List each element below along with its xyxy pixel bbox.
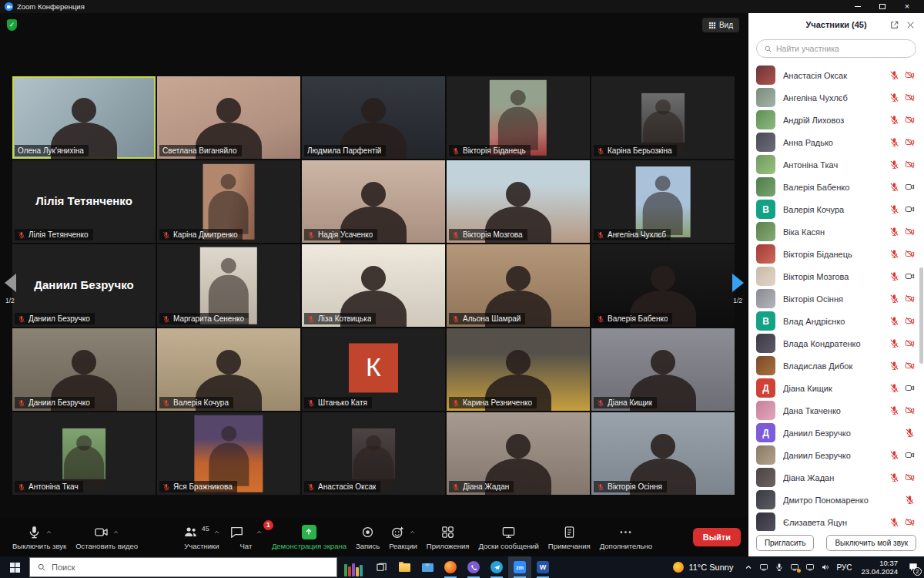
participant-search-box[interactable]: [756, 39, 916, 58]
books-app-icon[interactable]: [337, 556, 370, 578]
participant-row[interactable]: Влада Кондратенко: [748, 332, 924, 355]
participant-row[interactable]: Анастасія Оксак: [748, 64, 924, 86]
maximize-button[interactable]: [870, 0, 895, 13]
video-tile[interactable]: Діана Кищик: [591, 328, 735, 411]
video-tile[interactable]: Надія Усаченко: [302, 160, 445, 243]
video-tile[interactable]: Вікторія Мозгова: [447, 160, 590, 243]
video-tile[interactable]: Валерія Бабенко: [591, 244, 735, 327]
participant-row[interactable]: Владислав Дибок: [748, 355, 924, 377]
notification-center-icon[interactable]: 2: [902, 556, 924, 578]
participant-row[interactable]: Ангеліна Чухлєб: [748, 86, 924, 109]
word-icon[interactable]: W: [531, 556, 554, 578]
video-tile[interactable]: Даниил Безручко: [12, 328, 156, 411]
participant-row[interactable]: Д Даниил Безручко: [748, 422, 924, 444]
firefox-icon[interactable]: [439, 556, 462, 578]
participant-row[interactable]: Даниил Безручко: [748, 444, 924, 466]
whiteboards-button[interactable]: Доски сообщений: [474, 524, 543, 550]
video-tile[interactable]: Валерія Кочура: [157, 328, 300, 411]
reactions-button[interactable]: Реакции: [384, 524, 422, 550]
video-tile[interactable]: Діана Жадан: [447, 412, 590, 495]
task-view-icon[interactable]: [370, 556, 393, 578]
stop-video-button[interactable]: Остановить видео: [71, 524, 142, 550]
language-indicator[interactable]: РУС: [836, 563, 852, 572]
chevron-up-icon[interactable]: [213, 529, 220, 536]
more-button[interactable]: Дополнительно: [595, 524, 657, 550]
video-tile[interactable]: Светлана Виганяйло: [157, 76, 300, 159]
popout-icon[interactable]: [889, 20, 899, 30]
viber-icon[interactable]: [462, 556, 485, 578]
tray-volume-icon[interactable]: [821, 563, 830, 572]
participant-search-input[interactable]: [776, 44, 909, 53]
video-tile[interactable]: Даниил Безручко Даниил Безручко: [12, 244, 156, 327]
participant-row[interactable]: В Валерія Кочура: [748, 198, 924, 220]
participant-row[interactable]: Вікторія Мозгова: [748, 265, 924, 287]
video-tile[interactable]: Каріна Берьозкіна: [591, 76, 735, 159]
chat-button[interactable]: 1 Чат: [225, 524, 267, 550]
video-tile[interactable]: Олена Лук'янихіна: [12, 76, 156, 159]
clock[interactable]: 10:37 23.04.2024: [856, 559, 902, 576]
zoom-taskbar-icon[interactable]: zm: [508, 556, 531, 578]
tray-expand-chevron-icon[interactable]: [744, 563, 753, 572]
mic-muted-icon: [18, 399, 25, 407]
close-button[interactable]: ×: [895, 0, 919, 13]
participants-button[interactable]: 45 Участники: [179, 524, 225, 550]
participant-row[interactable]: Дмитро Пономаренко: [748, 489, 924, 511]
tray-mic-icon[interactable]: [775, 563, 784, 572]
notes-button[interactable]: Примечания: [544, 524, 595, 550]
video-tile[interactable]: Ангеліна Чухлєб: [591, 160, 735, 243]
chevron-up-icon[interactable]: [112, 529, 119, 536]
tray-network-icon[interactable]: [805, 563, 815, 572]
video-tile[interactable]: Анастасія Оксак: [302, 412, 445, 495]
video-tile[interactable]: Антоніна Ткач: [12, 412, 156, 495]
video-tile[interactable]: Вікторія Біданець: [447, 76, 590, 159]
video-tile[interactable]: Альона Шамрай: [447, 244, 590, 327]
start-button[interactable]: [0, 556, 29, 578]
tray-app-icon[interactable]: [759, 563, 768, 572]
participant-row[interactable]: Антоніна Ткач: [748, 153, 924, 176]
apps-button[interactable]: Приложения: [422, 524, 474, 550]
mute-audio-button[interactable]: Выключить звук: [8, 524, 71, 550]
participant-row[interactable]: Вікторія Осіння: [748, 287, 924, 310]
mute-my-audio-button[interactable]: Выключить мой звук: [826, 535, 916, 551]
taskbar-search-box[interactable]: [29, 557, 337, 577]
weather-widget[interactable]: 11°C Sunny: [667, 562, 739, 573]
video-tile[interactable]: К Штанько Катя: [302, 328, 445, 411]
participant-row[interactable]: Дана Ткаченко: [748, 399, 924, 422]
video-tile[interactable]: Маргарита Сененко: [157, 244, 300, 327]
video-tile[interactable]: Ліза Котвицька: [302, 244, 445, 327]
tray-share-icon[interactable]: [790, 563, 799, 572]
participant-row[interactable]: В Влад Андрієнко: [748, 310, 924, 332]
telegram-icon[interactable]: [485, 556, 508, 578]
close-panel-icon[interactable]: [906, 20, 916, 30]
panel-scrollbar[interactable]: [919, 267, 923, 364]
tile-name-label: Діана Жадан: [449, 481, 514, 492]
participant-row[interactable]: Андрій Лиховоз: [748, 109, 924, 131]
chevron-up-icon[interactable]: [45, 529, 52, 536]
view-button[interactable]: Вид: [702, 18, 739, 32]
video-tile[interactable]: Вікторія Осіння: [591, 412, 735, 495]
participant-row[interactable]: Анна Радько: [748, 131, 924, 153]
record-button[interactable]: Запись: [351, 524, 384, 550]
participant-row[interactable]: Вікторія Біданець: [748, 243, 924, 265]
chevron-up-icon[interactable]: [256, 529, 263, 536]
video-tile[interactable]: Каріна Дмитренко: [157, 160, 300, 243]
video-tile[interactable]: Людмила Парфентій: [302, 76, 445, 159]
participant-row[interactable]: Єлизавета Яцун: [748, 511, 924, 531]
invite-button[interactable]: Пригласить: [756, 535, 815, 551]
participant-row[interactable]: Діана Жадан: [748, 466, 924, 489]
minimize-button[interactable]: [845, 0, 870, 13]
participant-row[interactable]: Валерія Бабенко: [748, 176, 924, 198]
participant-row[interactable]: Д Діана Кищик: [748, 377, 924, 399]
file-explorer-icon[interactable]: [393, 556, 416, 578]
chevron-up-icon[interactable]: [409, 529, 416, 536]
security-shield-icon[interactable]: ✓: [7, 19, 17, 31]
mail-icon[interactable]: [416, 556, 439, 578]
video-tile[interactable]: Лілія Тетянченко Лілія Тетянченко: [12, 160, 156, 243]
share-screen-button[interactable]: Демонстрация экрана: [267, 524, 351, 550]
leave-meeting-button[interactable]: Выйти: [693, 528, 741, 546]
taskbar-search-input[interactable]: [52, 563, 330, 572]
participants-list[interactable]: Анастасія Оксак Ангеліна Чухлєб Андрій Л…: [748, 64, 924, 531]
participant-row[interactable]: Віка Касян: [748, 220, 924, 243]
video-tile[interactable]: Яся Бражникова: [157, 412, 300, 495]
video-tile[interactable]: Карина Резниченко: [447, 328, 590, 411]
